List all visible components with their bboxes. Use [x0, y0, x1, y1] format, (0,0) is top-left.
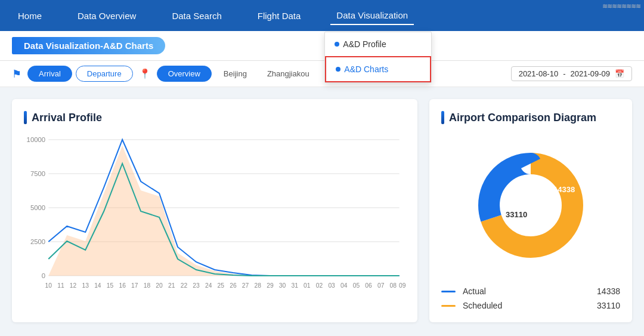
legend-color-scheduled — [441, 305, 456, 307]
svg-text:06: 06 — [365, 282, 372, 289]
legend-item-scheduled: Scheduled 33110 — [441, 301, 620, 310]
date-separator: - — [563, 69, 565, 78]
svg-text:02: 02 — [316, 282, 323, 289]
tab-beijing[interactable]: Beijing — [215, 66, 255, 81]
nav-item-data-visualization[interactable]: Data Visualization A&D Profile A&D Chart… — [330, 7, 414, 25]
nav-item-flight-data[interactable]: Flight Data — [252, 7, 307, 24]
svg-text:17: 17 — [131, 282, 138, 289]
tab-zhangjiakou[interactable]: Zhangjiakou — [259, 66, 318, 81]
svg-text:21: 21 — [168, 282, 175, 289]
svg-text:0: 0 — [42, 272, 45, 279]
airport-comparison-panel: Airport Comparison Diagram 33110 14338 A… — [429, 99, 632, 322]
calendar-icon: 📅 — [615, 69, 624, 78]
legend-value-scheduled: 33110 — [597, 301, 620, 310]
svg-text:23: 23 — [193, 282, 200, 289]
svg-text:16: 16 — [119, 282, 126, 289]
svg-text:08: 08 — [390, 282, 397, 289]
page-title: Data Visualization-A&D Charts — [12, 37, 165, 54]
tab-overview[interactable]: Overview — [157, 66, 212, 82]
svg-text:29: 29 — [267, 282, 274, 289]
svg-text:18: 18 — [144, 282, 151, 289]
svg-text:09: 09 — [399, 282, 405, 289]
svg-text:10: 10 — [45, 282, 52, 289]
svg-text:14: 14 — [94, 282, 101, 289]
chart-legend: Actual 14338 Scheduled 33110 — [441, 286, 620, 310]
title-bar-icon — [24, 111, 27, 124]
tabs-row: ⚑ Arrival Departure 📍 Overview Beijing Z… — [0, 61, 644, 87]
donut-chart: 33110 14338 — [441, 134, 620, 277]
tab-departure[interactable]: Departure — [76, 66, 133, 82]
decorative-waves: ≋≋≋≋≋≋≋≋ — [599, 0, 644, 13]
dot-icon — [335, 42, 339, 47]
svg-text:26: 26 — [230, 282, 237, 289]
svg-text:30: 30 — [279, 282, 286, 289]
top-navigation: Home Data Overview Data Search Flight Da… — [0, 0, 644, 31]
svg-text:05: 05 — [353, 282, 360, 289]
nav-item-data-overview[interactable]: Data Overview — [72, 7, 142, 24]
arrival-profile-title: Arrival Profile — [24, 111, 405, 124]
location-icon: 📍 — [139, 68, 151, 79]
legend-label-scheduled: Scheduled — [463, 301, 502, 310]
svg-text:22: 22 — [181, 282, 188, 289]
date-end: 2021-09-09 — [571, 69, 611, 78]
airport-comparison-title: Airport Comparison Diagram — [441, 111, 620, 124]
svg-text:03: 03 — [328, 282, 335, 289]
svg-text:33110: 33110 — [506, 210, 527, 219]
svg-text:24: 24 — [205, 282, 212, 289]
svg-text:7500: 7500 — [30, 170, 45, 177]
dropdown-item-ad-charts[interactable]: A&D Charts — [325, 56, 431, 82]
legend-label-actual: Actual — [463, 286, 486, 296]
svg-text:01: 01 — [304, 282, 311, 289]
nav-item-home[interactable]: Home — [12, 7, 48, 24]
flag-icon: ⚑ — [12, 67, 21, 81]
date-range-picker[interactable]: 2021-08-10 - 2021-09-09 📅 — [511, 66, 632, 81]
legend-item-actual: Actual 14338 — [441, 286, 620, 296]
legend-value-actual: 14338 — [597, 286, 620, 296]
arrival-line-chart: 10000 7500 5000 2500 0 10 11 12 13 14 15… — [24, 134, 405, 301]
svg-text:13: 13 — [82, 282, 89, 289]
title-bar-icon — [441, 111, 444, 124]
legend-color-actual — [441, 291, 456, 292]
svg-text:14338: 14338 — [553, 185, 575, 194]
nav-item-data-search[interactable]: Data Search — [166, 7, 227, 24]
visualization-dropdown: A&D Profile A&D Charts — [324, 32, 432, 83]
svg-text:04: 04 — [340, 282, 348, 289]
svg-text:2500: 2500 — [30, 238, 45, 245]
svg-text:07: 07 — [377, 282, 385, 289]
svg-text:31: 31 — [291, 282, 298, 289]
svg-text:15: 15 — [107, 282, 114, 289]
svg-text:11: 11 — [57, 282, 64, 289]
dot-icon — [336, 67, 340, 72]
svg-text:5000: 5000 — [30, 204, 45, 211]
svg-text:25: 25 — [218, 282, 225, 289]
dropdown-item-ad-profile[interactable]: A&D Profile — [325, 32, 431, 56]
svg-marker-10 — [48, 146, 399, 276]
arrival-profile-panel: Arrival Profile 10000 7500 5000 2500 0 — [12, 99, 417, 322]
svg-text:10000: 10000 — [27, 136, 46, 143]
svg-text:27: 27 — [242, 282, 249, 289]
subheader: Data Visualization-A&D Charts ≋≋≋≋≋≋≋≋ — [0, 31, 644, 61]
svg-text:20: 20 — [156, 282, 163, 289]
svg-text:28: 28 — [255, 282, 262, 289]
svg-text:12: 12 — [70, 282, 77, 289]
main-content: Arrival Profile 10000 7500 5000 2500 0 — [0, 87, 644, 334]
tab-arrival[interactable]: Arrival — [27, 66, 72, 82]
date-start: 2021-08-10 — [519, 69, 559, 78]
